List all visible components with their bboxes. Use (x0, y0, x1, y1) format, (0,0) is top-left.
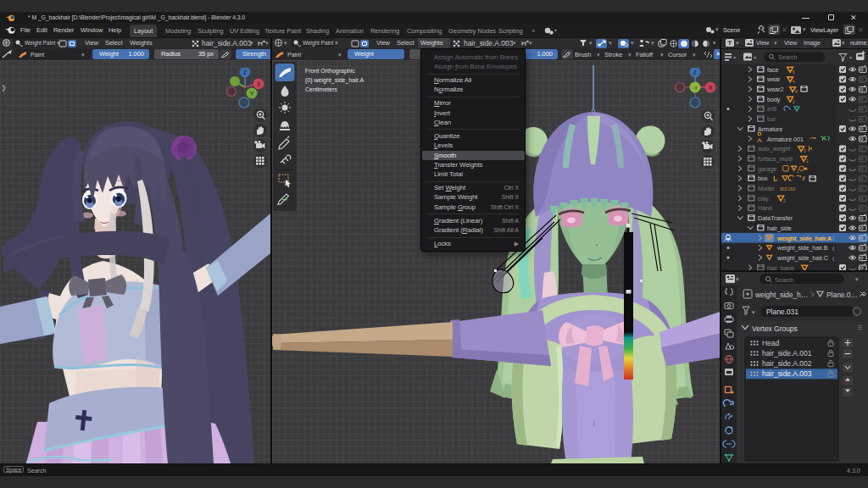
svg-text:box: box (758, 175, 768, 182)
svg-text:hair_bang: hair_bang (767, 264, 794, 270)
svg-text:hair_side.A.002: hair_side.A.002 (762, 359, 812, 368)
svg-text:Y: Y (250, 91, 254, 97)
svg-text:garage: garage (758, 165, 776, 173)
svg-text:auto_weight: auto_weight (758, 145, 790, 152)
svg-text:wear: wear (766, 75, 781, 83)
svg-text:X: X (709, 85, 713, 91)
svg-text:Hand: Hand (758, 204, 772, 212)
svg-text:▾: ▾ (736, 276, 739, 282)
svg-text:Search: Search (778, 53, 798, 61)
svg-text:face: face (767, 66, 778, 74)
svg-text:▾: ▾ (754, 55, 756, 60)
svg-text:weight_side_hair.A: weight_side_hair.A (776, 235, 832, 242)
svg-text:Z: Z (693, 69, 698, 75)
svg-text:hair_side: hair_side (767, 225, 792, 232)
svg-text:Model: Model (758, 185, 775, 192)
svg-text:weight_side_hair.B: weight_side_hair.B (776, 244, 828, 252)
svg-text:❬: ❬ (832, 236, 835, 241)
svg-text:#: # (802, 175, 805, 181)
svg-text:clay: clay (758, 195, 769, 202)
svg-text:wear2: wear2 (766, 86, 783, 93)
svg-text:tue: tue (767, 115, 776, 123)
svg-text:hair_side.A.003: hair_side.A.003 (762, 369, 812, 378)
svg-text:weight_side_h…: weight_side_h… (754, 291, 808, 299)
svg-text:❬: ❬ (832, 256, 835, 262)
svg-text:❬: ❬ (832, 246, 835, 252)
svg-text:▾: ▾ (733, 55, 736, 60)
svg-text:Z: Z (243, 69, 248, 75)
svg-text:Armature: Armature (758, 125, 782, 133)
svg-text:Plane.0…: Plane.0… (826, 291, 858, 299)
svg-text:DataTransfer: DataTransfer (758, 214, 793, 222)
svg-text:815 263: 815 263 (780, 186, 795, 191)
svg-text:▾: ▾ (752, 309, 755, 315)
svg-text:▾: ▾ (849, 55, 852, 60)
svg-text:X: X (257, 81, 261, 87)
svg-text:-Y: -Y (693, 86, 698, 91)
svg-text:Search: Search (775, 276, 794, 284)
svg-text:weight_side_hair.C: weight_side_hair.C (776, 254, 828, 262)
svg-text:Head: Head (762, 339, 779, 347)
svg-text:▾: ▾ (855, 276, 859, 282)
svg-text:furface_modi: furface_modi (758, 155, 793, 163)
svg-text:body: body (767, 96, 781, 103)
svg-text:Armature.001: Armature.001 (767, 136, 804, 143)
svg-text:Vertex Groups: Vertex Groups (752, 324, 798, 333)
svg-text:hair_side.A.001: hair_side.A.001 (762, 349, 812, 358)
svg-text:erB: erB (767, 105, 776, 113)
svg-text:☰: ☰ (857, 324, 862, 330)
svg-text:Plane.031: Plane.031 (766, 308, 798, 316)
